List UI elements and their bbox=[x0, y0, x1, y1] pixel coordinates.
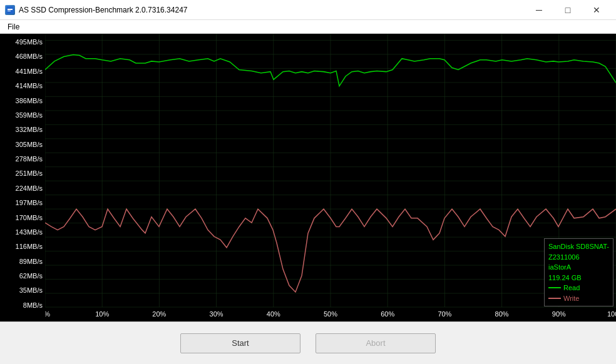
close-button[interactable]: ✕ bbox=[582, 0, 611, 20]
chart-plot: 0% 10% 20% 30% 40% 50% 60% 70% 80% 90% 1… bbox=[45, 34, 616, 321]
x-label-10%: 10% bbox=[95, 310, 109, 317]
y-axis-label: 224MB/s bbox=[3, 185, 43, 192]
y-axis-label: 278MB/s bbox=[3, 156, 43, 163]
x-label-90%: 90% bbox=[552, 310, 566, 317]
write-legend-color bbox=[548, 298, 561, 299]
y-axis-label: 332MB/s bbox=[3, 126, 43, 133]
info-box: SanDisk SD8SNAT- Z2311006 iaStorA 119.24… bbox=[544, 238, 613, 306]
y-axis-label: 251MB/s bbox=[3, 170, 43, 177]
chart-svg: 0% 10% 20% 30% 40% 50% 60% 70% 80% 90% 1… bbox=[45, 34, 616, 321]
app-icon bbox=[5, 5, 15, 15]
x-label-60%: 60% bbox=[381, 310, 394, 317]
write-legend-label: Write bbox=[563, 293, 579, 304]
y-axis: 495MB/s468MB/s441MB/s414MB/s386MB/s359MB… bbox=[0, 34, 45, 321]
read-legend-color bbox=[548, 287, 561, 288]
y-axis-label: 197MB/s bbox=[3, 200, 43, 206]
menu-file[interactable]: File bbox=[3, 21, 24, 33]
y-axis-label: 170MB/s bbox=[3, 215, 43, 221]
chart-container: 495MB/s468MB/s441MB/s414MB/s386MB/s359MB… bbox=[0, 34, 616, 321]
x-label-20%: 20% bbox=[152, 310, 166, 317]
menu-bar: File bbox=[0, 20, 616, 34]
x-label-50%: 50% bbox=[324, 310, 337, 317]
y-axis-label: 414MB/s bbox=[3, 83, 43, 89]
window-title: AS SSD Compression-Benchmark 2.0.7316.34… bbox=[19, 6, 525, 14]
svg-rect-1 bbox=[8, 9, 13, 10]
y-axis-label: 359MB/s bbox=[3, 112, 43, 119]
y-axis-label: 495MB/s bbox=[3, 39, 43, 46]
y-axis-label: 305MB/s bbox=[3, 141, 43, 148]
x-label-70%: 70% bbox=[438, 310, 451, 317]
y-axis-label: 35MB/s bbox=[3, 287, 43, 294]
info-line4: 119.24 GB bbox=[548, 273, 609, 283]
toolbar: Start Abort bbox=[0, 321, 616, 364]
y-axis-label: 468MB/s bbox=[3, 53, 43, 60]
y-axis-label: 143MB/s bbox=[3, 229, 43, 236]
title-bar: AS SSD Compression-Benchmark 2.0.7316.34… bbox=[0, 0, 616, 20]
abort-button[interactable]: Abort bbox=[316, 333, 436, 353]
x-label-30%: 30% bbox=[210, 310, 223, 317]
y-axis-label: 441MB/s bbox=[3, 68, 43, 75]
info-line1: SanDisk SD8SNAT- bbox=[548, 241, 609, 252]
x-label-40%: 40% bbox=[267, 310, 280, 317]
y-axis-label: 386MB/s bbox=[3, 98, 43, 104]
x-label-80%: 80% bbox=[495, 310, 509, 317]
read-legend: Read bbox=[548, 283, 609, 293]
minimize-button[interactable]: ─ bbox=[525, 0, 553, 20]
info-line2: Z2311006 bbox=[548, 252, 609, 263]
x-label-0%: 0% bbox=[45, 310, 50, 317]
read-legend-label: Read bbox=[563, 283, 580, 293]
y-axis-label: 89MB/s bbox=[3, 258, 43, 265]
write-legend: Write bbox=[548, 293, 609, 304]
y-axis-label: 8MB/s bbox=[3, 302, 43, 309]
window-controls: ─ □ ✕ bbox=[525, 0, 611, 20]
maximize-button[interactable]: □ bbox=[553, 0, 582, 20]
x-label-100%: 100% bbox=[607, 310, 616, 317]
start-button[interactable]: Start bbox=[180, 333, 300, 353]
svg-rect-2 bbox=[8, 11, 11, 11]
info-line3: iaStorA bbox=[548, 262, 609, 273]
y-axis-label: 116MB/s bbox=[3, 243, 43, 250]
y-axis-label: 62MB/s bbox=[3, 273, 43, 280]
